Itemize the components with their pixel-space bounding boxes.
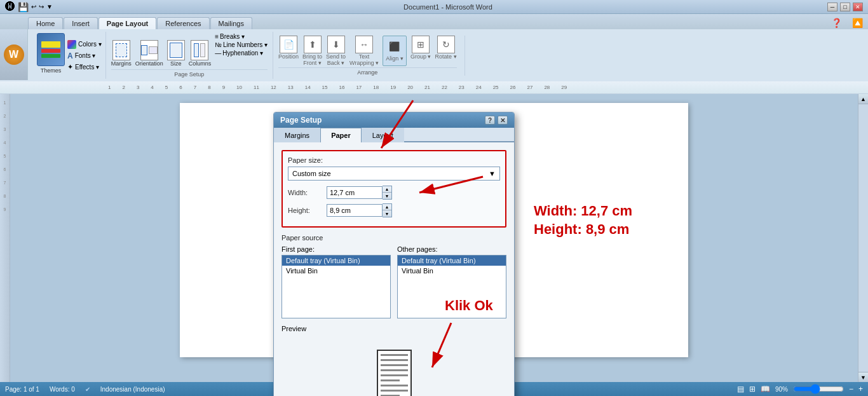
paper-size-section: Paper size: Custom size ▼ Width: 12,7 cm [281, 150, 506, 228]
page-count: Page: 1 of 1 [5, 386, 39, 393]
view-web-icon[interactable]: ⊞ [749, 385, 756, 393]
first-page-label: First page: [281, 245, 391, 253]
colors-button[interactable]: Colors ▾ [67, 40, 102, 49]
ruler: 1234567891011121314151617181920212223242… [0, 81, 868, 94]
ribbon-tabs: Home Insert Page Layout References Maili… [0, 14, 868, 29]
other-pages-label: Other pages: [397, 245, 506, 253]
help-icon[interactable]: ❓ [826, 17, 847, 29]
scroll-down-button[interactable]: ▼ [858, 372, 869, 382]
height-label: Height: [288, 207, 323, 214]
themes-label: Themes [41, 67, 62, 74]
dialog-help-button[interactable]: ? [485, 116, 495, 125]
undo-icon[interactable]: ↩ [31, 3, 36, 10]
margins-button[interactable]: Margins [111, 40, 132, 67]
first-page-item-1[interactable]: Virtual Bin [282, 266, 390, 276]
view-normal-icon[interactable]: ▤ [737, 385, 744, 393]
paper-source-columns: First page: Default tray (Virtual Bin) V… [281, 245, 506, 318]
width-spin-up[interactable]: ▲ [383, 186, 391, 193]
zoom-out-icon[interactable]: − [849, 385, 853, 393]
left-ruler: 123456789 [0, 94, 10, 382]
ribbon-expand-icon[interactable]: 🔼 [847, 17, 868, 29]
document-area: 123456789 ▲ ▼ Page Setup ? ✕ Margins [0, 94, 868, 382]
bring-to-front-button[interactable]: ⬆ Bring toFront ▾ [302, 36, 322, 66]
width-spinner[interactable]: ▲ ▼ [383, 186, 392, 200]
dialog-tab-margins[interactable]: Margins [274, 128, 320, 142]
line-numbers-button[interactable]: №Line Numbers ▾ [215, 41, 268, 48]
width-spin-down[interactable]: ▼ [383, 193, 391, 199]
other-pages-item-1[interactable]: Virtual Bin [398, 266, 506, 276]
margins-label: Margins [111, 60, 132, 67]
redo-icon[interactable]: ↪ [39, 3, 44, 10]
dialog-body: Paper size: Custom size ▼ Width: 12,7 cm [274, 142, 514, 396]
width-input[interactable]: 12,7 cm [327, 186, 383, 199]
scroll-up-button[interactable]: ▲ [858, 94, 869, 104]
zoom-in-icon[interactable]: + [858, 385, 863, 393]
dropdown-arrow-icon: ▼ [489, 170, 496, 177]
tab-references[interactable]: References [157, 17, 209, 29]
tab-home[interactable]: Home [28, 17, 63, 29]
preview-page [377, 350, 412, 397]
first-page-listbox[interactable]: Default tray (Virtual Bin) Virtual Bin [281, 255, 391, 318]
align-button[interactable]: ⬛ Align ▾ [383, 36, 407, 66]
first-page-item-0[interactable]: Default tray (Virtual Bin) [282, 256, 390, 266]
fonts-button[interactable]: A Fonts ▾ [67, 51, 102, 60]
text-wrapping-button[interactable]: ↔ TextWrapping ▾ [349, 36, 379, 66]
send-to-back-button[interactable]: ⬇ Send toBack ▾ [326, 36, 346, 66]
title-bar-controls: ─ □ ✕ [827, 3, 863, 11]
tab-mailings[interactable]: Mailings [210, 17, 252, 29]
width-field-row: Width: 12,7 cm ▲ ▼ [288, 186, 500, 200]
dialog-tab-paper[interactable]: Paper [320, 128, 362, 142]
hyphenation-button[interactable]: —Hyphenation ▾ [215, 50, 268, 57]
effects-button[interactable]: ✦ Effects ▾ [67, 63, 102, 71]
height-spinner[interactable]: ▲ ▼ [383, 203, 392, 217]
status-left: Page: 1 of 1 Words: 0 ✔ Indonesian (Indo… [5, 386, 165, 393]
paper-size-label: Paper size: [288, 156, 500, 164]
group-button[interactable]: ⊞ Group ▾ [410, 36, 431, 66]
other-groups: 📄 Position ⬆ Bring toFront ▾ ⬇ Send toBa… [273, 32, 863, 79]
arrange-group-label: Arrange [278, 67, 457, 76]
maximize-button[interactable]: □ [840, 3, 850, 11]
rotate-button[interactable]: ↻ Rotate ▾ [435, 36, 456, 66]
page-setup-dialog: Page Setup ? ✕ Margins Paper Layout Pape… [273, 112, 515, 396]
height-input[interactable]: 8,9 cm [327, 204, 383, 217]
view-reading-icon[interactable]: 📖 [761, 385, 770, 393]
height-spin-up[interactable]: ▲ [383, 204, 391, 210]
columns-label: Columns [189, 60, 212, 67]
title-bar-title: Document1 - Microsoft Word [69, 3, 827, 11]
office-orb-button[interactable]: W [4, 44, 24, 65]
right-scrollbar[interactable]: ▲ ▼ [858, 94, 868, 382]
dialog-tab-layout[interactable]: Layout [362, 128, 404, 142]
zoom-level: 90% [775, 386, 788, 393]
customize-icon[interactable]: ▼ [46, 3, 53, 10]
height-spin-down[interactable]: ▼ [383, 210, 391, 217]
language-indicator[interactable]: Indonesian (Indonesia) [100, 386, 165, 393]
other-pages-col: Other pages: Default tray (Virtual Bin) … [397, 245, 506, 318]
size-label: Size [170, 60, 182, 67]
other-pages-item-0[interactable]: Default tray (Virtual Bin) [398, 256, 506, 266]
zoom-slider[interactable] [793, 385, 844, 393]
paper-size-dropdown[interactable]: Custom size ▼ [288, 167, 500, 181]
width-label: Width: [288, 189, 323, 196]
dialog-title-bar: Page Setup ? ✕ [274, 113, 514, 128]
close-button[interactable]: ✕ [853, 3, 863, 11]
dialog-tabs: Margins Paper Layout [274, 128, 514, 142]
themes-group: Themes Colors ▾ A Fonts ▾ ✦ Effects ▾ [33, 32, 106, 79]
orientation-button[interactable]: Orientation [135, 40, 163, 67]
save-icon[interactable]: 💾 [18, 2, 29, 12]
dialog-close-button[interactable]: ✕ [498, 116, 508, 125]
tab-insert[interactable]: Insert [64, 17, 98, 29]
arrange-group: 📄 Position ⬆ Bring toFront ▾ ⬇ Send toBa… [278, 36, 465, 76]
position-button[interactable]: 📄 Position [278, 36, 299, 66]
status-right: ▤ ⊞ 📖 90% − + [737, 385, 863, 393]
preview-area [281, 335, 506, 396]
paper-source-section: Paper source First page: Default tray (V… [281, 234, 506, 318]
word-count: Words: 0 [50, 386, 75, 393]
minimize-button[interactable]: ─ [827, 3, 837, 11]
breaks-button[interactable]: ≡Breaks ▾ [215, 33, 268, 40]
tab-page-layout[interactable]: Page Layout [98, 17, 156, 29]
other-pages-listbox[interactable]: Default tray (Virtual Bin) Virtual Bin [397, 255, 506, 318]
office-logo[interactable]: 🅦 [5, 1, 15, 13]
columns-button[interactable]: Columns [189, 40, 212, 67]
themes-button[interactable]: Themes [37, 33, 65, 78]
size-button[interactable]: Size [167, 40, 185, 67]
